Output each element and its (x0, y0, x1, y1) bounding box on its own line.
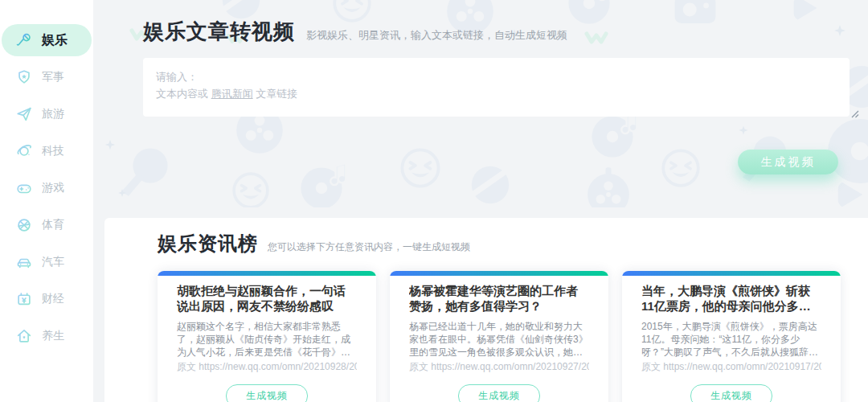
resize-handle-icon[interactable] (850, 109, 859, 118)
card-title: 当年，大鹏导演《煎饼侠》斩获11亿票房，他的母亲问他分多少钱？大… (641, 283, 821, 314)
news-card-list: 胡歌拒绝与赵丽颖合作，一句话说出原因，网友不禁纷纷感叹 赵丽颖这个名字，相信大家… (158, 271, 841, 402)
hero-section: 娱乐文章转视频 影视娱乐、明星资讯，输入文本或链接，自动生成短视频 请输入： 文… (93, 0, 868, 207)
sidebar-item-label: 财经 (42, 292, 64, 306)
sidebar-item-health[interactable]: 养生 (2, 320, 92, 352)
card-generate-video-button[interactable]: 生成视频 (690, 384, 772, 402)
plane-icon (15, 105, 33, 123)
card-title: 胡歌拒绝与赵丽颖合作，一句话说出原因，网友不禁纷纷感叹 (177, 283, 357, 314)
page-subtitle: 影视娱乐、明星资讯，输入文本或链接，自动生成短视频 (306, 28, 567, 43)
news-card: 杨幂被霍建华等演艺圈的工作者赞扬，她有多值得学习？ 杨幂已经出道十几年，她的敬业… (390, 271, 608, 402)
card-generate-video-button[interactable]: 生成视频 (458, 384, 540, 402)
sidebar-item-label: 军事 (42, 70, 64, 84)
feed-subtitle: 您可以选择下方任意资讯内容，一键生成短视频 (268, 240, 470, 254)
car-icon (15, 253, 33, 271)
feed-header: 娱乐资讯榜 您可以选择下方任意资讯内容，一键生成短视频 (104, 218, 868, 256)
news-card: 胡歌拒绝与赵丽颖合作，一句话说出原因，网友不禁纷纷感叹 赵丽颖这个名字，相信大家… (158, 271, 376, 402)
microphone-icon (15, 31, 33, 49)
card-source-url: 原文 https://new.qq.com/omn/20210928/20210… (177, 360, 357, 373)
sidebar-item-games[interactable]: 游戏 (2, 172, 92, 204)
shield-icon (15, 68, 33, 86)
sidebar-item-label: 养生 (42, 329, 64, 343)
card-title: 杨幂被霍建华等演艺圈的工作者赞扬，她有多值得学习？ (409, 283, 589, 314)
sidebar-item-entertainment[interactable]: 娱乐 (2, 24, 92, 56)
sidebar-item-label: 体育 (42, 218, 64, 232)
card-excerpt: 2015年，大鹏导演《煎饼侠》，票房高达11亿。母亲问她：“这11亿，你分多少呀… (641, 320, 821, 359)
sidebar-item-label: 汽车 (42, 255, 64, 269)
placeholder-line1: 请输入： (156, 68, 837, 85)
sidebar-item-travel[interactable]: 旅游 (2, 98, 92, 130)
sidebar-item-sports[interactable]: 体育 (2, 209, 92, 241)
sidebar-item-military[interactable]: 军事 (2, 61, 92, 93)
article-input[interactable]: 请输入： 文本内容或 腾讯新闻 文章链接 (143, 58, 850, 117)
planet-icon (15, 142, 33, 160)
card-excerpt: 杨幂已经出道十几年，她的敬业和努力大家也看在眼中。杨幂凭借《仙剑奇侠传3》里的雪… (409, 320, 589, 359)
hero-header: 娱乐文章转视频 影视娱乐、明星资讯，输入文本或链接，自动生成短视频 (143, 18, 567, 46)
sidebar-item-label: 科技 (42, 144, 64, 158)
card-source-url: 原文 https://new.qq.com/omn/20210927/20210… (409, 360, 589, 373)
card-body: 胡歌拒绝与赵丽颖合作，一句话说出原因，网友不禁纷纷感叹 赵丽颖这个名字，相信大家… (158, 276, 376, 402)
card-body: 杨幂被霍建华等演艺圈的工作者赞扬，她有多值得学习？ 杨幂已经出道十几年，她的敬业… (390, 276, 608, 402)
placeholder-line2: 文本内容或 腾讯新闻 文章链接 (156, 85, 837, 102)
generate-video-button[interactable]: 生成视频 (738, 150, 838, 174)
feed-panel: 娱乐资讯榜 您可以选择下方任意资讯内容，一键生成短视频 胡歌拒绝与赵丽颖合作，一… (104, 218, 868, 402)
sidebar-item-finance[interactable]: 财经 (2, 283, 92, 315)
sidebar-item-label: 娱乐 (42, 32, 68, 49)
sidebar-item-cars[interactable]: 汽车 (2, 246, 92, 278)
page-title: 娱乐文章转视频 (143, 18, 295, 46)
card-source-url: 原文 https://new.qq.com/omn/20210917/20210… (641, 360, 821, 373)
sidebar-item-tech[interactable]: 科技 (2, 135, 92, 167)
calendar-icon (15, 290, 33, 308)
category-sidebar: 娱乐 军事 旅游 科技 游戏 (0, 0, 93, 402)
basketball-icon (15, 216, 33, 234)
house-icon (15, 327, 33, 345)
card-body: 当年，大鹏导演《煎饼侠》斩获11亿票房，他的母亲问他分多少钱？大… 2015年，… (622, 276, 841, 402)
card-excerpt: 赵丽颖这个名字，相信大家都非常熟悉了，赵丽颖从《陆贞传奇》开始走红，成为人气小花… (177, 320, 357, 359)
card-generate-video-button[interactable]: 生成视频 (226, 384, 308, 402)
tencent-news-link[interactable]: 腾讯新闻 (211, 88, 253, 100)
sidebar-item-label: 旅游 (42, 107, 64, 121)
news-card: 当年，大鹏导演《煎饼侠》斩获11亿票房，他的母亲问他分多少钱？大… 2015年，… (622, 271, 841, 402)
gamepad-icon (15, 179, 33, 197)
feed-title: 娱乐资讯榜 (158, 231, 258, 256)
input-placeholder: 请输入： 文本内容或 腾讯新闻 文章链接 (156, 68, 837, 102)
sidebar-item-label: 游戏 (42, 181, 64, 195)
